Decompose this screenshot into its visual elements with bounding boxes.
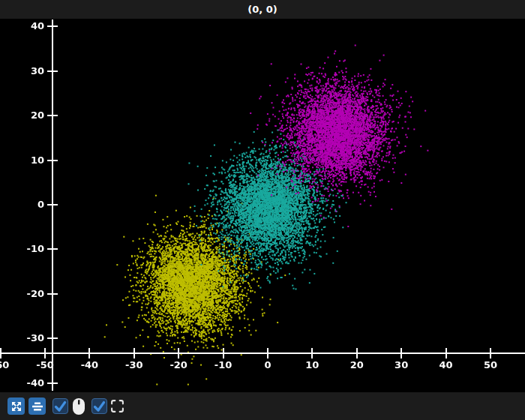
x-axis-tick <box>400 348 402 358</box>
y-axis-tick <box>47 160 58 161</box>
x-axis-tick <box>490 348 491 358</box>
y-tick-label: -30 <box>7 332 44 344</box>
x-tick-label: 40 <box>428 359 465 371</box>
y-axis-tick <box>47 115 58 116</box>
x-tick-label: -20 <box>160 359 197 371</box>
y-tick-label: 0 <box>7 199 44 211</box>
align-center-lines-icon <box>31 400 44 413</box>
y-axis-tick <box>47 293 58 295</box>
x-axis-tick <box>446 348 447 358</box>
pan-checkbox[interactable] <box>52 398 68 414</box>
y-axis-tick <box>47 248 58 250</box>
y-tick-label: 40 <box>7 20 44 32</box>
expand-arrows-icon <box>10 400 23 413</box>
app-window: (0, 0) -60-50-40-30-20-10010203040504030… <box>0 0 525 420</box>
x-axis-tick <box>356 348 358 358</box>
y-tick-label: -20 <box>7 288 44 300</box>
x-axis-tick <box>311 348 313 358</box>
fullscreen-icon[interactable] <box>110 399 124 413</box>
x-tick-label: 0 <box>249 359 286 371</box>
x-tick-label: -40 <box>70 359 108 371</box>
x-axis-tick <box>134 348 135 358</box>
fit-view-button[interactable] <box>8 398 25 415</box>
x-axis-tick <box>0 348 2 358</box>
x-axis-tick <box>178 348 179 358</box>
x-tick-label: -10 <box>205 359 242 371</box>
y-tick-label: -40 <box>7 377 44 389</box>
x-tick-label: 50 <box>472 359 509 371</box>
x-tick-label: -50 <box>26 359 64 371</box>
plot-title: (0, 0) <box>248 4 277 15</box>
x-axis-tick <box>88 348 90 358</box>
y-tick-label: 10 <box>7 154 44 166</box>
plot-area[interactable]: -60-50-40-30-20-1001020304050403020100-1… <box>0 19 525 392</box>
x-tick-label: 30 <box>382 359 420 371</box>
x-axis-tick <box>267 348 268 358</box>
y-tick-label: -10 <box>7 243 44 255</box>
y-axis-tick <box>47 70 58 72</box>
y-axis-tick <box>47 26 58 27</box>
autoscale-button[interactable] <box>28 398 46 415</box>
y-tick-label: 30 <box>7 65 44 77</box>
y-axis-tick <box>47 338 58 339</box>
y-axis-tick <box>47 204 58 206</box>
boxzoom-checkbox[interactable] <box>92 398 107 414</box>
checkmark-icon <box>53 399 68 413</box>
checkmark-icon <box>92 399 106 413</box>
x-tick-label: -30 <box>116 359 153 371</box>
x-tick-label: 10 <box>293 359 331 371</box>
mouse-icon[interactable] <box>70 398 87 416</box>
x-axis-tick <box>44 348 46 358</box>
x-axis-tick <box>223 348 224 358</box>
y-axis-tick <box>47 382 58 384</box>
plot-title-bar: (0, 0) <box>0 0 525 19</box>
x-tick-label: -60 <box>0 359 20 371</box>
y-tick-label: 20 <box>7 110 44 122</box>
x-tick-label: 20 <box>338 359 376 371</box>
bottom-toolbar <box>0 392 525 420</box>
scatter-canvas[interactable] <box>0 19 525 392</box>
